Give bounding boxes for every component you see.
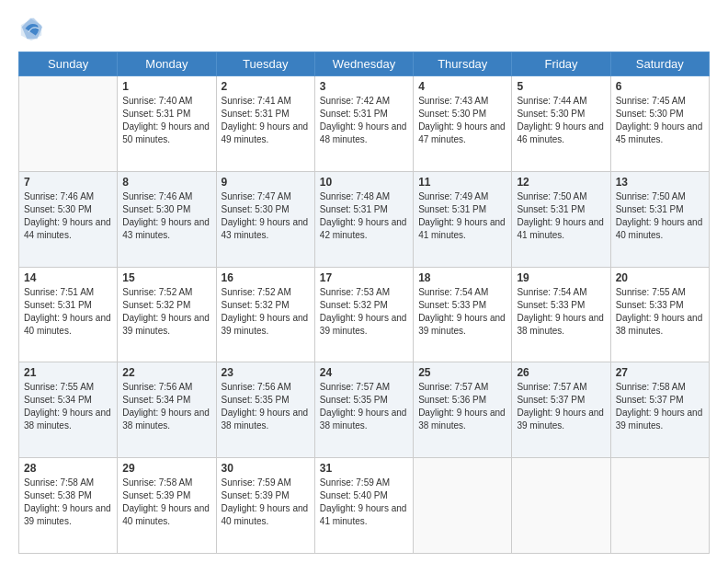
cell-info: Sunrise: 7:44 AMSunset: 5:30 PMDaylight:…	[517, 95, 605, 146]
day-number: 14	[24, 271, 112, 284]
calendar-cell: 28Sunrise: 7:58 AMSunset: 5:38 PMDayligh…	[19, 458, 118, 554]
weekday-header-thursday: Thursday	[414, 52, 512, 76]
weekday-header-saturday: Saturday	[610, 52, 709, 76]
cell-info: Sunrise: 7:53 AMSunset: 5:32 PMDaylight:…	[320, 286, 408, 338]
header	[18, 17, 710, 42]
logo	[18, 17, 48, 42]
cell-info: Sunrise: 7:54 AMSunset: 5:33 PMDaylight:…	[418, 286, 506, 338]
calendar-cell: 13Sunrise: 7:50 AMSunset: 5:31 PMDayligh…	[610, 171, 709, 267]
calendar-cell	[512, 458, 610, 554]
cell-info: Sunrise: 7:57 AMSunset: 5:37 PMDaylight:…	[517, 381, 605, 432]
calendar-cell: 19Sunrise: 7:54 AMSunset: 5:33 PMDayligh…	[512, 267, 610, 362]
calendar-cell: 8Sunrise: 7:46 AMSunset: 5:30 PMDaylight…	[118, 171, 216, 267]
cell-info: Sunrise: 7:58 AMSunset: 5:39 PMDaylight:…	[122, 477, 210, 528]
day-number: 1	[122, 80, 210, 93]
cell-info: Sunrise: 7:41 AMSunset: 5:31 PMDaylight:…	[222, 95, 310, 146]
day-number: 11	[418, 176, 506, 189]
cell-info: Sunrise: 7:57 AMSunset: 5:36 PMDaylight:…	[418, 381, 506, 432]
cell-info: Sunrise: 7:46 AMSunset: 5:30 PMDaylight:…	[122, 190, 210, 242]
page: SundayMondayTuesdayWednesdayThursdayFrid…	[0, 0, 728, 563]
weekday-header-wednesday: Wednesday	[314, 52, 413, 76]
calendar-cell: 31Sunrise: 7:59 AMSunset: 5:40 PMDayligh…	[314, 458, 413, 554]
week-row-5: 28Sunrise: 7:58 AMSunset: 5:38 PMDayligh…	[19, 458, 710, 554]
cell-info: Sunrise: 7:52 AMSunset: 5:32 PMDaylight:…	[222, 286, 310, 338]
day-number: 6	[616, 80, 704, 93]
cell-info: Sunrise: 7:46 AMSunset: 5:30 PMDaylight:…	[24, 190, 112, 242]
cell-info: Sunrise: 7:42 AMSunset: 5:31 PMDaylight:…	[320, 95, 408, 146]
day-number: 19	[517, 271, 605, 284]
cell-info: Sunrise: 7:55 AMSunset: 5:34 PMDaylight:…	[24, 381, 112, 432]
calendar-cell: 11Sunrise: 7:49 AMSunset: 5:31 PMDayligh…	[414, 171, 512, 267]
calendar-cell: 4Sunrise: 7:43 AMSunset: 5:30 PMDaylight…	[414, 76, 512, 172]
day-number: 9	[222, 176, 310, 189]
calendar-cell: 25Sunrise: 7:57 AMSunset: 5:36 PMDayligh…	[414, 362, 512, 458]
cell-info: Sunrise: 7:59 AMSunset: 5:40 PMDaylight:…	[320, 477, 408, 528]
calendar-cell: 1Sunrise: 7:40 AMSunset: 5:31 PMDaylight…	[118, 76, 216, 172]
week-row-2: 7Sunrise: 7:46 AMSunset: 5:30 PMDaylight…	[19, 171, 710, 267]
cell-info: Sunrise: 7:58 AMSunset: 5:38 PMDaylight:…	[24, 477, 112, 528]
cell-info: Sunrise: 7:56 AMSunset: 5:34 PMDaylight:…	[122, 381, 210, 432]
cell-info: Sunrise: 7:57 AMSunset: 5:35 PMDaylight:…	[320, 381, 408, 432]
week-row-4: 21Sunrise: 7:55 AMSunset: 5:34 PMDayligh…	[19, 362, 710, 458]
cell-info: Sunrise: 7:45 AMSunset: 5:30 PMDaylight:…	[616, 95, 704, 146]
calendar-cell: 30Sunrise: 7:59 AMSunset: 5:39 PMDayligh…	[216, 458, 314, 554]
day-number: 5	[517, 80, 605, 93]
calendar-cell: 7Sunrise: 7:46 AMSunset: 5:30 PMDaylight…	[19, 171, 118, 267]
calendar-cell: 3Sunrise: 7:42 AMSunset: 5:31 PMDaylight…	[314, 76, 413, 172]
calendar-cell	[414, 458, 512, 554]
day-number: 15	[122, 271, 210, 284]
cell-info: Sunrise: 7:48 AMSunset: 5:31 PMDaylight:…	[320, 190, 408, 242]
cell-info: Sunrise: 7:43 AMSunset: 5:30 PMDaylight:…	[418, 95, 506, 146]
calendar-cell: 22Sunrise: 7:56 AMSunset: 5:34 PMDayligh…	[118, 362, 216, 458]
day-number: 20	[616, 271, 704, 284]
calendar-cell: 20Sunrise: 7:55 AMSunset: 5:33 PMDayligh…	[610, 267, 709, 362]
cell-info: Sunrise: 7:58 AMSunset: 5:37 PMDaylight:…	[616, 381, 704, 432]
day-number: 29	[122, 462, 210, 475]
day-number: 17	[320, 271, 408, 284]
weekday-header-row: SundayMondayTuesdayWednesdayThursdayFrid…	[19, 52, 710, 76]
cell-info: Sunrise: 7:54 AMSunset: 5:33 PMDaylight:…	[517, 286, 605, 338]
day-number: 3	[320, 80, 408, 93]
cell-info: Sunrise: 7:50 AMSunset: 5:31 PMDaylight:…	[616, 190, 704, 242]
day-number: 30	[222, 462, 310, 475]
day-number: 25	[418, 366, 506, 379]
calendar-cell: 15Sunrise: 7:52 AMSunset: 5:32 PMDayligh…	[118, 267, 216, 362]
day-number: 31	[320, 462, 408, 475]
day-number: 23	[222, 366, 310, 379]
day-number: 12	[517, 176, 605, 189]
cell-info: Sunrise: 7:56 AMSunset: 5:35 PMDaylight:…	[222, 381, 310, 432]
weekday-header-tuesday: Tuesday	[216, 52, 314, 76]
calendar-cell: 9Sunrise: 7:47 AMSunset: 5:30 PMDaylight…	[216, 171, 314, 267]
calendar-cell: 27Sunrise: 7:58 AMSunset: 5:37 PMDayligh…	[610, 362, 709, 458]
day-number: 4	[418, 80, 506, 93]
week-row-3: 14Sunrise: 7:51 AMSunset: 5:31 PMDayligh…	[19, 267, 710, 362]
day-number: 16	[222, 271, 310, 284]
day-number: 26	[517, 366, 605, 379]
calendar-cell: 26Sunrise: 7:57 AMSunset: 5:37 PMDayligh…	[512, 362, 610, 458]
day-number: 22	[122, 366, 210, 379]
calendar-cell: 16Sunrise: 7:52 AMSunset: 5:32 PMDayligh…	[216, 267, 314, 362]
cell-info: Sunrise: 7:49 AMSunset: 5:31 PMDaylight:…	[418, 190, 506, 242]
day-number: 28	[24, 462, 112, 475]
calendar-cell	[19, 76, 118, 172]
day-number: 21	[24, 366, 112, 379]
calendar-cell: 21Sunrise: 7:55 AMSunset: 5:34 PMDayligh…	[19, 362, 118, 458]
day-number: 13	[616, 176, 704, 189]
cell-info: Sunrise: 7:40 AMSunset: 5:31 PMDaylight:…	[122, 95, 210, 146]
calendar-cell: 17Sunrise: 7:53 AMSunset: 5:32 PMDayligh…	[314, 267, 413, 362]
day-number: 7	[24, 176, 112, 189]
calendar-cell: 23Sunrise: 7:56 AMSunset: 5:35 PMDayligh…	[216, 362, 314, 458]
calendar-cell: 24Sunrise: 7:57 AMSunset: 5:35 PMDayligh…	[314, 362, 413, 458]
weekday-header-monday: Monday	[118, 52, 216, 76]
cell-info: Sunrise: 7:47 AMSunset: 5:30 PMDaylight:…	[222, 190, 310, 242]
day-number: 10	[320, 176, 408, 189]
calendar-cell	[610, 458, 709, 554]
cell-info: Sunrise: 7:51 AMSunset: 5:31 PMDaylight:…	[24, 286, 112, 338]
day-number: 18	[418, 271, 506, 284]
cell-info: Sunrise: 7:55 AMSunset: 5:33 PMDaylight:…	[616, 286, 704, 338]
cell-info: Sunrise: 7:50 AMSunset: 5:31 PMDaylight:…	[517, 190, 605, 242]
calendar-cell: 2Sunrise: 7:41 AMSunset: 5:31 PMDaylight…	[216, 76, 314, 172]
calendar-cell: 10Sunrise: 7:48 AMSunset: 5:31 PMDayligh…	[314, 171, 413, 267]
calendar-table: SundayMondayTuesdayWednesdayThursdayFrid…	[18, 52, 710, 554]
cell-info: Sunrise: 7:59 AMSunset: 5:39 PMDaylight:…	[222, 477, 310, 528]
